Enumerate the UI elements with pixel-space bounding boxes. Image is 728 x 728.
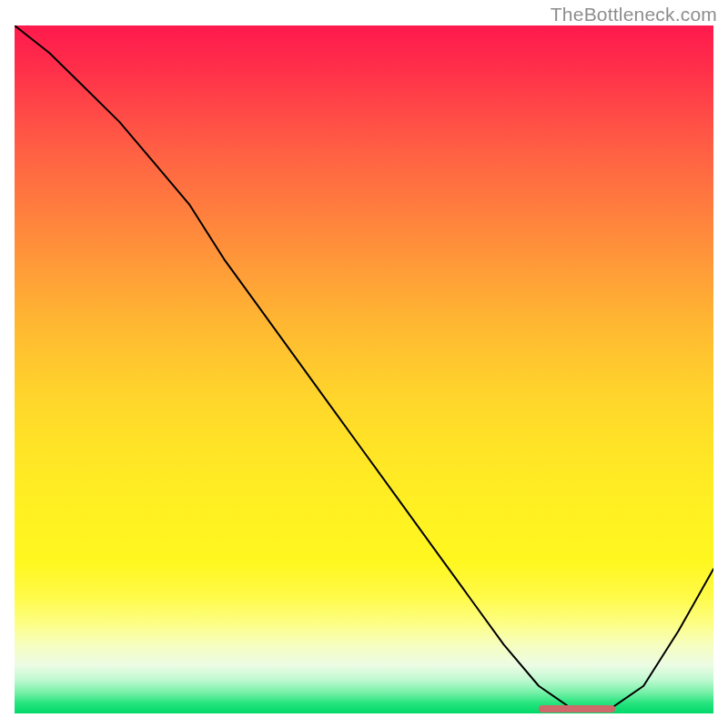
chart-stage: TheBottleneck.com bbox=[0, 0, 728, 728]
bottleneck-curve-path bbox=[15, 25, 713, 710]
watermark-text: TheBottleneck.com bbox=[551, 4, 717, 25]
curve-svg bbox=[15, 25, 713, 713]
optimum-marker bbox=[539, 705, 615, 713]
plot-area bbox=[15, 25, 713, 713]
